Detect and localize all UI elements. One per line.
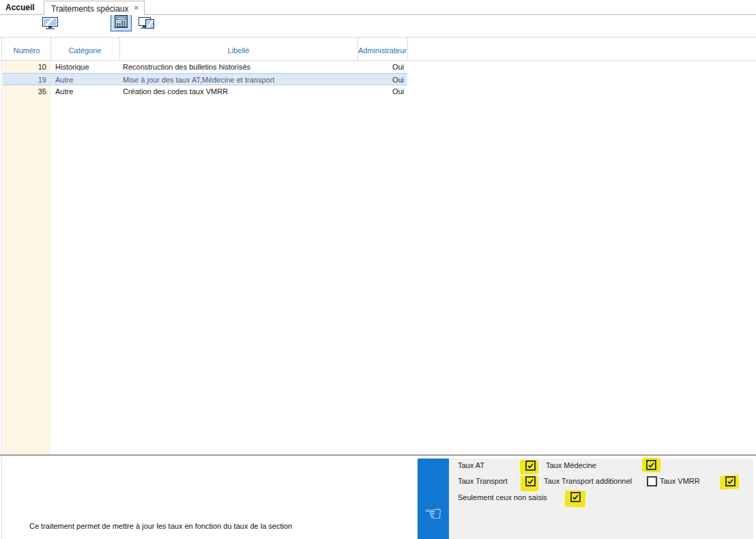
monitor-document-icon	[139, 23, 155, 31]
column-header-libelle[interactable]: Libellé	[119, 46, 358, 55]
checkbox-taux-medecine[interactable]	[646, 460, 656, 470]
numero-column-background	[3, 61, 51, 454]
checkbox-taux-vmrr[interactable]	[725, 476, 736, 486]
checkbox-seulement-non-saisis[interactable]	[570, 492, 581, 502]
checkbox-taux-transport-additionnel[interactable]	[647, 476, 657, 486]
table-row-selected[interactable]: 19 Autre Mise à jour des taux AT,Médecin…	[3, 73, 407, 85]
tab-label: Traitements spéciaux	[51, 4, 129, 14]
cell-numero: 19	[3, 74, 46, 86]
info-strip	[418, 458, 449, 539]
cell-administrateur: Oui	[363, 61, 404, 73]
checkbox-taux-transport[interactable]	[525, 476, 536, 486]
column-header-administrateur[interactable]: Administrateur	[358, 46, 407, 55]
cell-categorie: Historique	[55, 61, 120, 73]
tab-traitements-speciaux[interactable]: Traitements spéciaux ✕	[44, 1, 145, 15]
label-taux-medecine: Taux Médecine	[546, 461, 596, 471]
table-row[interactable]: 10 Historique Reconstruction des bulleti…	[3, 61, 407, 73]
calculator-view-button-selected[interactable]	[111, 13, 132, 31]
monitor-icon	[42, 23, 58, 31]
label-taux-vmrr: Taux VMRR	[660, 476, 700, 486]
label-taux-transport: Taux Transport	[458, 476, 508, 486]
app-window: Accueil Traitements spéciaux ✕	[0, 0, 756, 539]
screen-view-button[interactable]	[42, 17, 58, 31]
cell-libelle: Mise à jour des taux AT,Médecine et tran…	[123, 74, 355, 86]
screen-document-view-button[interactable]	[139, 17, 155, 31]
column-header-numero[interactable]: Numéro	[3, 46, 50, 55]
checkbox-taux-at[interactable]	[525, 461, 536, 471]
column-header-categorie[interactable]: Catégorie	[50, 46, 119, 55]
pointing-hand-icon: ☜	[418, 502, 449, 525]
cell-libelle: Reconstruction des bulletins historisés	[123, 61, 355, 73]
treatment-description: Ce traitement permet de mettre à jour le…	[29, 522, 292, 530]
cell-administrateur: Oui	[363, 74, 404, 86]
header-top-line	[0, 37, 756, 38]
column-separator	[407, 38, 408, 60]
cell-administrateur: Oui	[363, 85, 404, 98]
panel-divider	[0, 454, 756, 456]
label-taux-at: Taux AT	[458, 461, 484, 471]
label-taux-transport-additionnel: Taux Transport additionnel	[544, 476, 632, 486]
table-row[interactable]: 35 Autre Création des codes taux VMRR Ou…	[3, 85, 407, 98]
tab-accueil[interactable]: Accueil	[5, 3, 35, 12]
close-tab-icon[interactable]: ✕	[134, 4, 139, 12]
cell-numero: 10	[3, 61, 46, 73]
left-edge-line	[1, 37, 2, 539]
cell-libelle: Création des codes taux VMRR	[123, 85, 355, 98]
cell-numero: 35	[3, 85, 46, 98]
label-seulement-non-saisis: Seulement ceux non saisis	[458, 493, 547, 503]
cell-categorie: Autre	[55, 74, 120, 86]
cell-categorie: Autre	[55, 85, 120, 98]
calculator-icon	[115, 15, 128, 29]
